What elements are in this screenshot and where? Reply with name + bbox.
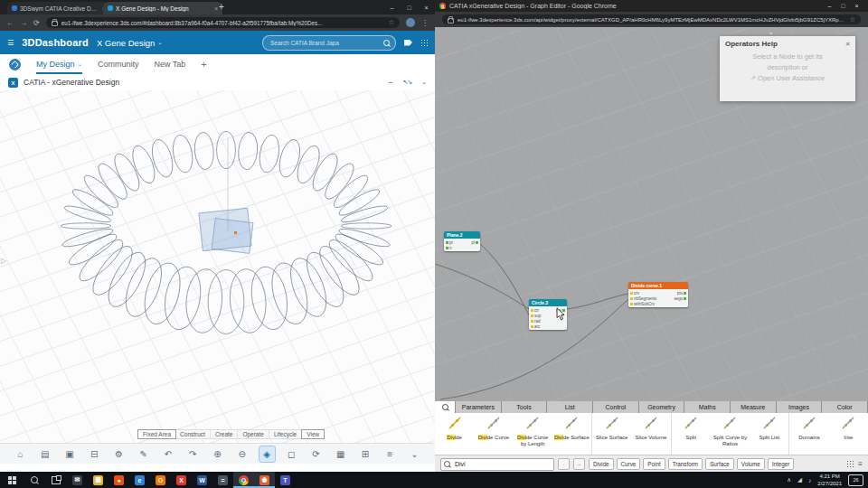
maximize-icon[interactable]: □	[836, 3, 850, 9]
reload-icon[interactable]: ⟳	[33, 19, 40, 27]
filter-pill-curve[interactable]: Curve	[617, 458, 641, 470]
close-icon[interactable]: ×	[418, 5, 435, 11]
taskbar-app-calculator[interactable]: =	[212, 472, 233, 488]
notification-badge[interactable]: 26	[848, 474, 863, 486]
taskbar-app-mail[interactable]: ✉	[67, 472, 88, 488]
view-tab-operate[interactable]: Operate	[238, 430, 269, 438]
operator-divide-surface[interactable]: Divide Surface	[552, 413, 592, 455]
input-pin[interactable]	[531, 314, 533, 317]
tag-icon[interactable]	[404, 40, 412, 46]
bookmark-star-icon[interactable]: ☆	[850, 16, 855, 23]
display-icon[interactable]: ▤	[37, 446, 52, 462]
input-pin[interactable]	[630, 303, 633, 305]
category-tab-images[interactable]: Images	[777, 401, 823, 413]
operator-slice-volume[interactable]: Slice Volume	[631, 413, 671, 455]
undo-icon[interactable]: ↶	[161, 446, 176, 462]
browser-tab-mydesign[interactable]: X Gene Design - My Design ×	[103, 2, 222, 14]
operator-split[interactable]: Split	[672, 413, 711, 455]
graph-node-plane-2[interactable]: Plane.2ptpln	[444, 231, 480, 251]
category-tab-color[interactable]: Color	[822, 401, 868, 413]
match-option-button[interactable]: ·	[558, 458, 570, 470]
compass-icon[interactable]	[9, 59, 21, 70]
volume-icon[interactable]: ♪	[808, 477, 811, 483]
menu-icon[interactable]: ☰	[7, 39, 14, 47]
minimize-icon[interactable]: –	[823, 3, 836, 9]
forward-icon[interactable]: →	[20, 19, 27, 27]
tab-my-design[interactable]: My Design ⌄	[36, 54, 82, 74]
category-tab-control[interactable]: Control	[593, 401, 639, 413]
widget-expand-icon[interactable]: ↖↘	[402, 79, 411, 86]
taskbar-app-app-x[interactable]: X	[171, 472, 192, 488]
panel-expander-icon[interactable]: ▷	[1, 257, 6, 265]
input-pin[interactable]	[531, 325, 533, 328]
operator-divide-curve[interactable]: Divide Curve	[474, 413, 513, 455]
view-tab-create[interactable]: Create	[211, 430, 239, 438]
taskbar-search-icon[interactable]	[24, 472, 45, 488]
home-icon[interactable]: ⌂	[13, 446, 28, 462]
taskbar-app-file-explorer[interactable]: ▣	[88, 472, 108, 488]
tab-new-tab[interactable]: New Tab	[154, 54, 185, 74]
network-icon[interactable]: ◢	[797, 476, 802, 483]
view-tab-construct[interactable]: Construct	[175, 430, 211, 438]
browser-tab-swym[interactable]: 3DSwym CATIA Creative Design ×	[7, 2, 110, 14]
taskbar-app-chrome[interactable]	[233, 472, 254, 488]
hidden-icons-chevron[interactable]: ∧	[787, 476, 791, 483]
fit-view-icon[interactable]: ◻	[284, 446, 299, 462]
view-tab-fixed-area[interactable]: Fixed Area	[137, 429, 176, 439]
add-tab-icon[interactable]: +	[201, 59, 206, 70]
window-titlebar[interactable]: CATIA xGenerative Design - Graph Editor …	[435, 0, 868, 12]
operator-split-list[interactable]: Split List	[750, 413, 789, 455]
output-pin[interactable]	[684, 297, 686, 300]
input-pin[interactable]	[531, 320, 533, 323]
operator-divide[interactable]: Divide	[435, 413, 474, 455]
operator-inte[interactable]: Inte	[829, 413, 868, 455]
jump-button[interactable]: →	[573, 458, 585, 470]
print-icon[interactable]: ⊟	[87, 446, 102, 462]
taskbar-app-chrome-graph[interactable]: ◉	[254, 472, 275, 488]
view-tab-lifecycle[interactable]: Lifecycle	[269, 430, 302, 438]
grid-view-icon[interactable]	[846, 460, 854, 468]
profile-avatar[interactable]	[406, 18, 415, 27]
taskbar-app-edge[interactable]: e	[129, 472, 150, 488]
input-pin[interactable]	[446, 247, 448, 249]
graph-node-divide-curve-1[interactable]: Divide curve.1crvptsnbSegmentssegswithSu…	[628, 282, 688, 307]
dashboard-search-input[interactable]	[269, 39, 380, 47]
apps-grid-icon[interactable]	[420, 39, 428, 46]
filter-pill-transform[interactable]: Transform	[668, 458, 703, 470]
category-tab-parameters[interactable]: Parameters	[456, 401, 502, 413]
grid-icon[interactable]: ⊞	[358, 446, 373, 462]
view-tab-view[interactable]: View	[301, 429, 325, 439]
widget-minimize-icon[interactable]: −	[388, 78, 392, 87]
filter-pill-divide[interactable]: Divide	[589, 458, 614, 470]
maximize-icon[interactable]: □	[401, 5, 418, 11]
rotate-view-icon[interactable]: ⟳	[308, 446, 324, 462]
tab-close-icon[interactable]: ×	[214, 5, 218, 12]
output-pin[interactable]	[476, 241, 478, 244]
3d-viewport[interactable]: ▷ Fixed AreaConstructCreateOperateLifecy…	[0, 90, 435, 443]
operator-split-curve-by-ratios[interactable]: Split Curve by Ratios	[711, 413, 750, 455]
new-tab-icon[interactable]: +	[219, 2, 224, 12]
output-pin[interactable]	[684, 292, 686, 295]
operator-divide-curve-by-length[interactable]: Divide Curve by Length	[514, 413, 552, 455]
url-field[interactable]: eu1-ifwe.3dexperience.3ds.com/api/widget…	[442, 14, 861, 24]
category-tab-maths[interactable]: Maths	[684, 401, 731, 413]
operator-search-input[interactable]	[453, 460, 538, 468]
dashboard-search[interactable]	[262, 35, 396, 51]
widget-collapse-icon[interactable]: ⌄	[421, 79, 427, 86]
filter-pill-point[interactable]: Point	[643, 458, 665, 470]
operator-domains[interactable]: Domains	[789, 413, 828, 455]
input-pin[interactable]	[446, 241, 448, 244]
graph-canvas[interactable]: Plane.2ptplnCircle.3ctrcrvsupradarcDivid…	[435, 27, 868, 401]
redo-icon[interactable]: ↷	[185, 446, 201, 462]
zoom-out-icon[interactable]: ⊖	[234, 446, 250, 462]
taskbar-app-teams[interactable]: T	[275, 472, 296, 488]
open-user-assistance-link[interactable]: ↗ Open User Assistance	[720, 73, 855, 84]
zoom-in-icon[interactable]: ⊕	[210, 446, 225, 462]
input-pin[interactable]	[630, 297, 633, 300]
panel-chevron-icon[interactable]: ⌄	[768, 28, 774, 36]
start-button[interactable]	[0, 472, 24, 488]
list-view-icon[interactable]: ≡	[858, 460, 863, 468]
taskbar-app-firefox[interactable]: ●	[108, 472, 129, 488]
category-tab-geometry[interactable]: Geometry	[639, 401, 685, 413]
close-icon[interactable]: ×	[850, 3, 863, 9]
